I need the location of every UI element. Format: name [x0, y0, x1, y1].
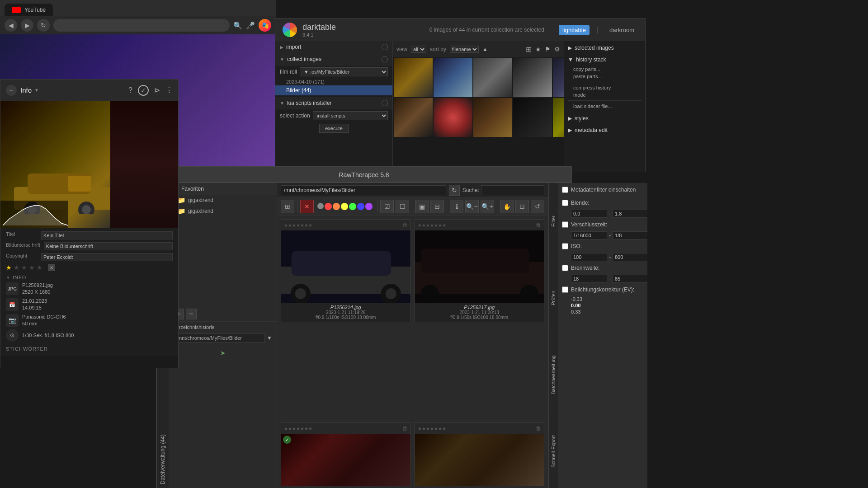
rt-color-orange[interactable] [333, 203, 340, 210]
info-question-icon[interactable]: ? [128, 86, 132, 94]
browser-avatar[interactable]: 🎭 [259, 19, 271, 32]
info-dropdown-icon[interactable]: ▼ [34, 88, 39, 93]
rt-thumb-image-1[interactable] [281, 230, 410, 303]
rt-thumb-image-2[interactable] [415, 230, 544, 303]
rt-tab-export[interactable]: Schnell-Export [548, 413, 558, 488]
rt-metadata-filter-checkbox[interactable] [562, 187, 568, 193]
dt-thumbnail-2[interactable] [434, 58, 472, 97]
rt-single-view-button[interactable]: ▣ [415, 200, 429, 213]
info-share-icon[interactable]: ⊳ [154, 86, 160, 94]
info-check-icon[interactable]: ✓ [138, 85, 149, 96]
dt-selected-images-header[interactable]: ▶ selected images [568, 45, 642, 51]
rt-zoom-out-button[interactable]: 🔍− [465, 200, 479, 213]
rt-remove-folder-button[interactable]: − [186, 309, 197, 319]
rt-color-blue[interactable] [357, 203, 364, 210]
browser-back-button[interactable]: ◀ [5, 19, 17, 32]
rt-select-all-button[interactable]: ☑ [380, 200, 394, 213]
rt-iso-min-input[interactable] [571, 253, 607, 261]
rt-reject-button[interactable]: ✕ [300, 200, 314, 213]
rt-blende-max-input[interactable] [613, 210, 647, 218]
rt-zoom-fit-button[interactable]: ⊞ [281, 200, 294, 213]
dt-thumbnail-9[interactable] [513, 98, 552, 137]
browser-active-tab[interactable]: YouTube [5, 4, 53, 16]
dt-styles-header[interactable]: ▶ styles [568, 115, 642, 122]
rt-thumb-delete-2[interactable]: 🗑 [536, 222, 541, 228]
rt-dir-path-input[interactable] [173, 333, 265, 343]
rt-thumb-small-stars-2[interactable]: ★★★★★★★ [418, 426, 446, 431]
dt-zoom-icon[interactable]: ⊞ [526, 45, 532, 54]
rt-info-button[interactable]: ℹ [450, 200, 463, 213]
dt-nav-lighttable[interactable]: lighttable [559, 25, 590, 35]
dt-install-scripts-select[interactable]: install scripts [313, 111, 388, 120]
info-star-5[interactable]: ★ [37, 264, 42, 271]
dt-flag-icon[interactable]: ⚑ [545, 46, 551, 53]
rt-zoom-in-button[interactable]: 🔍+ [481, 200, 494, 213]
rt-color-yellow[interactable] [341, 203, 348, 210]
dt-film-roll-select[interactable]: ▼ :os/MyFiles/Bilder [300, 67, 388, 76]
rt-iso-max-input[interactable] [613, 253, 647, 261]
dt-thumbnail-6[interactable] [394, 98, 433, 137]
dt-film-folder-selected[interactable]: Bilder (44) [275, 85, 392, 95]
browser-forward-button[interactable]: ▶ [21, 19, 33, 32]
info-star-3[interactable]: ★ [21, 264, 27, 271]
rt-tab-filter[interactable]: Filter [548, 183, 558, 260]
dt-history-header[interactable]: ▼ history stack [568, 56, 642, 63]
rt-verschlusszeit-max-input[interactable] [613, 231, 647, 239]
dt-sort-select[interactable]: filename [450, 46, 479, 53]
rt-verschlusszeit-min-input[interactable] [571, 231, 607, 239]
rt-crop-button[interactable]: ⊡ [515, 200, 529, 213]
rt-color-purple[interactable] [365, 203, 373, 210]
rt-color-red[interactable] [325, 203, 332, 210]
dt-thumbnail-1[interactable] [394, 58, 433, 97]
dt-view-select[interactable]: all [411, 46, 426, 53]
rt-brennweite-checkbox[interactable] [562, 265, 568, 271]
rt-thumb-small-delete-1[interactable]: 🗑 [402, 425, 408, 432]
rt-rotate-button[interactable]: ↺ [531, 200, 544, 213]
info-bilduntersc-input[interactable] [44, 242, 173, 250]
rt-tab-prufen[interactable]: Prüfen [548, 260, 558, 337]
dt-load-sidecar-button[interactable]: load sidecar file... [568, 103, 642, 110]
dt-thumbnail-5[interactable] [553, 58, 564, 97]
rt-path-input[interactable] [281, 185, 446, 195]
rt-iso-checkbox[interactable] [562, 243, 568, 249]
info-star-1[interactable]: ★ [6, 264, 12, 271]
dt-import-row[interactable]: ▶ import [275, 41, 392, 53]
info-reject-button[interactable]: ✕ [48, 264, 55, 271]
rt-thumb-stars-2[interactable]: ★★★★★★★ [418, 223, 446, 228]
dt-lua-row[interactable]: ▼ lua scripts installer [275, 97, 392, 109]
rt-thumb-delete-1[interactable]: 🗑 [402, 222, 408, 228]
rt-dir-navigate-icon[interactable]: ➤ [220, 349, 226, 357]
dt-nav-darkroom[interactable]: darkroom [606, 25, 638, 35]
info-titel-input[interactable] [41, 231, 173, 239]
info-star-2[interactable]: ★ [14, 264, 19, 271]
dt-thumbnail-10[interactable] [553, 98, 564, 137]
browser-url-bar[interactable] [53, 19, 230, 32]
dt-collect-row[interactable]: ▼ collect images [275, 53, 392, 66]
rt-brennweite-max-input[interactable] [613, 275, 647, 283]
dt-paste-parts-button[interactable]: paste parts... [568, 73, 642, 80]
info-copyright-input[interactable] [41, 253, 173, 261]
dt-thumbnail-4[interactable] [513, 58, 552, 97]
rt-thumb-small-stars-1[interactable]: ★★★★★★★ [284, 426, 312, 431]
info-star-4[interactable]: ★ [29, 264, 35, 271]
dt-thumbnail-7[interactable] [434, 98, 472, 137]
dt-thumbnail-8[interactable] [473, 98, 512, 137]
info-back-button[interactable]: ← [6, 85, 17, 96]
browser-mic-icon[interactable]: 🎤 [246, 21, 255, 30]
rt-belichtung-checkbox[interactable] [562, 286, 568, 293]
dt-settings-icon[interactable]: ⚙ [554, 46, 560, 53]
rt-thumb-small-delete-2[interactable]: 🗑 [536, 425, 541, 432]
dt-execute-button[interactable]: execute [319, 124, 349, 133]
rt-brennweite-min-input[interactable] [571, 275, 607, 283]
rt-verschlusszeit-checkbox[interactable] [562, 221, 568, 228]
dt-thumbnail-3[interactable] [473, 58, 512, 97]
dt-star-filter-icon[interactable]: ★ [535, 46, 541, 53]
rt-select-none-button[interactable]: ☐ [396, 200, 409, 213]
browser-search-icon[interactable]: 🔍 [233, 21, 242, 30]
dt-metadata-header[interactable]: ▶ metadata edit [568, 127, 642, 133]
rt-pan-button[interactable]: ✋ [500, 200, 514, 213]
rt-blende-checkbox[interactable] [562, 200, 568, 206]
browser-refresh-button[interactable]: ↻ [37, 19, 50, 32]
rt-search-input[interactable] [481, 185, 544, 195]
rt-folder-item-1[interactable]: 📁 gigaxtrend [169, 195, 277, 206]
